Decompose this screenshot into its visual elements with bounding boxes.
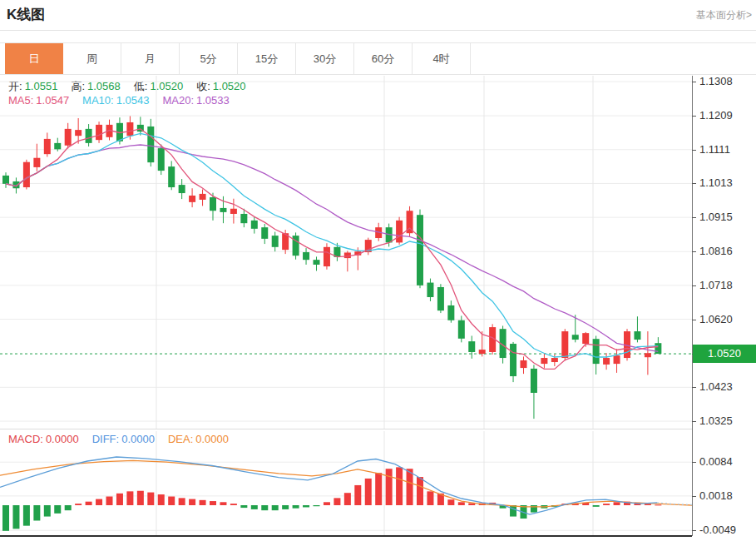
price-tick-label: 1.0620 <box>699 313 733 325</box>
macd-histogram-bar <box>354 485 361 505</box>
macd-histogram-bar <box>168 497 175 505</box>
candle-body <box>324 247 330 266</box>
candle-body <box>634 331 640 340</box>
price-tick-label: 1.0423 <box>699 380 733 393</box>
ma10-line <box>6 133 658 357</box>
price-tick-label-tick <box>692 150 696 151</box>
macd-histogram-bar <box>54 505 61 514</box>
candle-body <box>437 287 444 310</box>
macd-histogram-bar <box>158 494 165 505</box>
macd-tick-label-tick <box>692 496 696 497</box>
macd-tick-label: 0.0018 <box>699 489 733 502</box>
period-tabbar: 日周月5分15分30分60分4时 <box>0 42 756 75</box>
macd-histogram-bar <box>447 499 454 505</box>
macd-histogram-bar <box>137 491 144 505</box>
macd-tick-label: -0.0049 <box>699 524 736 536</box>
candle-body <box>126 122 133 136</box>
ma5-line <box>6 129 658 370</box>
candle-body <box>261 227 268 239</box>
macd-histogram-bar <box>314 505 320 506</box>
candle-body <box>147 127 154 162</box>
macd-histogram-bar <box>200 500 206 505</box>
price-tick-label: 1.1013 <box>699 176 733 189</box>
tab-5min[interactable]: 5分 <box>180 43 238 74</box>
candle-body <box>23 162 30 187</box>
macd-histogram-bar <box>603 504 610 505</box>
ma20-line <box>6 145 658 351</box>
macd-histogram-bar <box>147 493 154 505</box>
macd-histogram-bar <box>334 498 340 505</box>
candle-body <box>220 208 226 212</box>
candlestick-chart-canvas[interactable] <box>0 76 692 429</box>
price-tick-label: 1.1111 <box>699 143 730 156</box>
macd-histogram-bar <box>655 504 661 505</box>
macd-histogram-bar <box>407 469 413 505</box>
page-title: K线图 <box>7 5 45 24</box>
macd-histogram-bar <box>33 505 40 520</box>
candle-body <box>458 320 465 339</box>
price-tick-label: 1.1308 <box>699 75 733 87</box>
candle-body <box>593 339 600 364</box>
candle-body <box>572 335 579 340</box>
macd-histogram-bar <box>179 498 185 505</box>
fundamental-analysis-link[interactable]: 基本面分析> <box>696 8 752 22</box>
candle-body <box>603 358 610 365</box>
macd-histogram-bar <box>261 505 268 510</box>
candle-body <box>344 252 351 258</box>
panel-divider <box>0 429 692 429</box>
price-tick-label-tick <box>692 251 696 252</box>
candle-body <box>189 196 195 202</box>
macd-histogram-bar <box>240 505 247 508</box>
tab-60min[interactable]: 60分 <box>354 43 413 74</box>
macd-histogram-bar <box>106 497 113 505</box>
tab-4hour[interactable]: 4时 <box>413 43 471 74</box>
macd-histogram-bar <box>2 505 9 531</box>
macd-histogram-bar <box>396 467 403 505</box>
macd-histogram-bar <box>324 502 330 505</box>
candle-body <box>645 353 651 357</box>
macd-histogram-bar <box>427 491 433 505</box>
macd-tick-label-tick <box>692 530 696 531</box>
candle-body <box>158 148 165 171</box>
candle-body <box>396 221 403 243</box>
macd-histogram-bar <box>282 505 289 509</box>
candle-body <box>210 197 216 211</box>
price-tick-label-tick <box>692 82 696 82</box>
price-tick-label: 1.0816 <box>699 245 733 257</box>
candle-body <box>417 215 423 285</box>
macd-histogram-bar <box>458 502 465 505</box>
tab-week[interactable]: 周 <box>63 43 121 74</box>
tab-30min[interactable]: 30分 <box>296 43 354 74</box>
macd-histogram-bar <box>23 505 30 526</box>
candle-body <box>468 341 475 352</box>
price-tick-label-tick <box>692 387 696 388</box>
macd-histogram-bar <box>220 502 226 505</box>
macd-histogram-bar <box>96 499 102 505</box>
tab-month[interactable]: 月 <box>121 43 180 74</box>
macd-histogram-bar <box>344 493 351 505</box>
macd-histogram-bar <box>303 505 309 507</box>
candle-body <box>561 331 568 358</box>
candle-body <box>179 185 185 193</box>
macd-tick-label-tick <box>692 462 696 463</box>
macd-histogram-bar <box>189 499 195 505</box>
price-tick-label: 1.0718 <box>699 279 733 291</box>
kline-widget: K线图 基本面分析> 日周月5分15分30分60分4时 开:1.0551高:1.… <box>0 0 756 541</box>
macd-histogram-bar <box>44 505 51 517</box>
candle-body <box>168 166 175 187</box>
macd-tick-label: 0.0084 <box>699 455 733 468</box>
price-tick-label-tick <box>692 217 696 218</box>
candle-body <box>2 176 9 184</box>
candle-body <box>75 130 82 136</box>
candle-body <box>240 214 247 223</box>
candle-body <box>582 333 589 344</box>
price-tick-label: 1.1209 <box>699 109 733 122</box>
macd-histogram-bar <box>65 505 72 510</box>
candle-body <box>230 209 237 214</box>
tab-day[interactable]: 日 <box>5 43 63 74</box>
candle-body <box>614 355 620 364</box>
price-tick-label: 1.0915 <box>699 211 733 223</box>
period-tabs: 日周月5分15分30分60分4时 <box>5 43 471 74</box>
macd-chart-canvas[interactable] <box>0 431 692 536</box>
tab-15min[interactable]: 15分 <box>238 43 296 74</box>
